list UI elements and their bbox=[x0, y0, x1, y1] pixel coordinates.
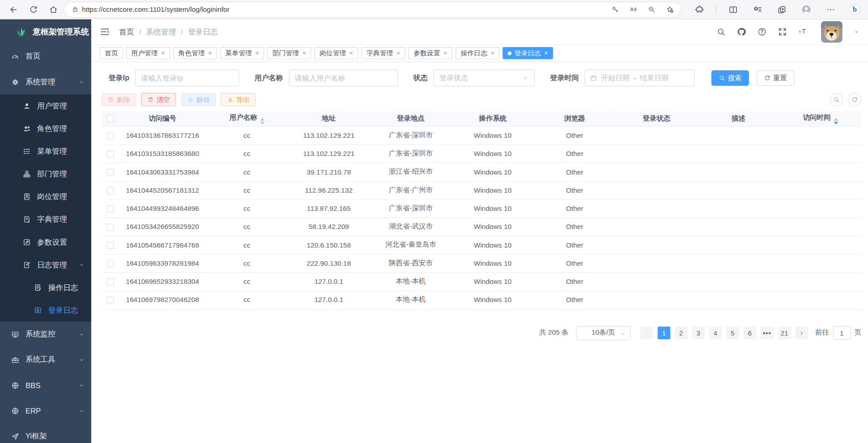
puzzle-icon[interactable] bbox=[692, 2, 707, 17]
login-status-select[interactable]: 登录状态 bbox=[433, 70, 534, 87]
pager-page[interactable]: 6 bbox=[743, 326, 756, 339]
pager-page[interactable]: 4 bbox=[709, 326, 722, 339]
sort-caret[interactable] bbox=[260, 118, 264, 125]
tab-item[interactable]: 角色管理× bbox=[173, 47, 217, 59]
close-tab-icon[interactable]: × bbox=[544, 49, 548, 57]
sidebar-item[interactable]: ERP bbox=[0, 398, 91, 424]
font-size-icon[interactable]: TT bbox=[798, 27, 808, 37]
next-page-button[interactable] bbox=[795, 326, 808, 339]
breadcrumb-item[interactable]: 首页 bbox=[119, 27, 134, 37]
star-plus-icon[interactable] bbox=[663, 2, 676, 17]
pager-page[interactable]: 21 bbox=[778, 326, 791, 339]
back-icon[interactable] bbox=[5, 2, 21, 17]
copy-plus-icon[interactable] bbox=[774, 2, 789, 17]
toolbar-button[interactable]: 导出 bbox=[221, 93, 256, 106]
sidebar-item[interactable]: 系统工具 bbox=[0, 347, 91, 372]
fullscreen-icon[interactable] bbox=[778, 27, 787, 37]
table-row[interactable]: 1641069798270046208cc127.0.0.1本地-本机Windo… bbox=[101, 291, 861, 309]
table-row[interactable]: 1641059633978281984cc222.90.130.18陕西省-西安… bbox=[101, 254, 861, 272]
row-checkbox[interactable] bbox=[107, 224, 114, 231]
jump-input[interactable] bbox=[833, 326, 850, 340]
table-row[interactable]: 1641031533185863680cc113.102.129.221广东省-… bbox=[101, 145, 861, 163]
table-row[interactable]: 1641044993248464896cc113.87.92.165广东省-深圳… bbox=[101, 199, 861, 217]
refresh-circle-button[interactable] bbox=[848, 93, 861, 106]
search-button[interactable]: 搜索 bbox=[711, 70, 749, 86]
select-all-checkbox[interactable] bbox=[107, 115, 114, 122]
sidebar-item[interactable]: BBS bbox=[0, 373, 91, 398]
sidebar-item[interactable]: 登录日志 bbox=[0, 299, 91, 321]
close-tab-icon[interactable]: × bbox=[396, 49, 400, 57]
sidebar-item[interactable]: 用户管理 bbox=[0, 95, 91, 117]
page-size-select[interactable]: 10条/页 bbox=[576, 326, 631, 340]
caret-down-icon[interactable] bbox=[853, 29, 859, 34]
tab-item[interactable]: 岗位管理× bbox=[314, 47, 358, 59]
pager-page[interactable]: 2 bbox=[675, 326, 688, 339]
zoom-out-icon[interactable] bbox=[645, 2, 658, 17]
toolbar-button[interactable]: 清空 bbox=[141, 93, 176, 106]
table-row[interactable]: 1641053426655825920cc58.19.42.209湖北省-武汉市… bbox=[101, 218, 861, 236]
row-checkbox[interactable] bbox=[107, 260, 114, 267]
sidebar-item[interactable]: 首页 bbox=[0, 44, 91, 69]
row-checkbox[interactable] bbox=[107, 242, 114, 249]
sidebar-item[interactable]: 岗位管理 bbox=[0, 185, 91, 208]
sidebar-item[interactable]: 日志管理 bbox=[0, 253, 91, 276]
row-checkbox[interactable] bbox=[107, 169, 114, 176]
breadcrumb-item[interactable]: 系统管理 bbox=[146, 27, 176, 37]
pager-more[interactable]: ••• bbox=[761, 326, 774, 339]
question-icon[interactable] bbox=[757, 27, 767, 37]
breadcrumb-item[interactable]: 登录日志 bbox=[188, 27, 218, 37]
bing-icon[interactable]: b bbox=[847, 2, 863, 17]
prev-page-button[interactable] bbox=[640, 326, 653, 339]
tab-active[interactable]: 登录日志× bbox=[503, 47, 553, 59]
row-checkbox[interactable] bbox=[107, 205, 114, 212]
login-time-range[interactable]: 开始日期 - 结束日期 bbox=[584, 70, 694, 87]
avatar[interactable] bbox=[821, 21, 843, 43]
table-row[interactable]: 1641044520567181312cc112.96.225.132广东省-广… bbox=[101, 181, 861, 199]
row-checkbox[interactable] bbox=[107, 278, 114, 285]
row-checkbox[interactable] bbox=[107, 187, 114, 194]
toolbar-button-disabled[interactable]: 解锁 bbox=[181, 93, 216, 106]
sidebar-item[interactable]: 菜单管理 bbox=[0, 140, 91, 163]
sidebar-item[interactable]: 系统管理 bbox=[0, 69, 91, 95]
sidebar-item[interactable]: 参数设置 bbox=[0, 231, 91, 253]
column-header-label[interactable]: 访问时间 bbox=[803, 113, 831, 121]
sort-caret[interactable] bbox=[834, 118, 838, 125]
pager-page[interactable]: 1 bbox=[658, 326, 670, 339]
tab-item[interactable]: 菜单管理× bbox=[220, 47, 264, 59]
tab-item[interactable]: 参数设置× bbox=[409, 47, 452, 59]
row-checkbox[interactable] bbox=[107, 151, 114, 158]
tab-item[interactable]: 操作日志× bbox=[456, 47, 499, 59]
sidebar-item[interactable]: 字典管理 bbox=[0, 208, 91, 231]
tab-item[interactable]: 用户管理× bbox=[126, 47, 170, 59]
dots-icon[interactable] bbox=[823, 2, 838, 17]
address-bar[interactable]: https://ccnetcore.com:1101/system/log/lo… bbox=[64, 2, 681, 17]
star-lines-icon[interactable] bbox=[750, 2, 765, 17]
user-name-input[interactable] bbox=[289, 70, 398, 87]
home-icon[interactable] bbox=[45, 2, 61, 17]
github-icon[interactable] bbox=[737, 27, 746, 37]
login-ip-input[interactable] bbox=[135, 70, 239, 87]
close-tab-icon[interactable]: × bbox=[255, 49, 259, 57]
pager-page[interactable]: 3 bbox=[692, 326, 705, 339]
sidebar-item[interactable]: 系统监控 bbox=[0, 321, 91, 347]
table-row[interactable]: 1641043063331753984cc39.171.210.78浙江省-绍兴… bbox=[101, 163, 861, 181]
person-icon[interactable] bbox=[798, 2, 814, 17]
row-checkbox[interactable] bbox=[107, 297, 114, 304]
sidebar-item[interactable]: 部门管理 bbox=[0, 163, 91, 185]
tab-item[interactable]: 首页 bbox=[100, 47, 123, 59]
sidebar-item[interactable]: Yi框架 bbox=[0, 424, 91, 443]
close-tab-icon[interactable]: × bbox=[444, 49, 448, 57]
close-tab-icon[interactable]: × bbox=[208, 49, 212, 57]
split-icon[interactable] bbox=[725, 2, 741, 17]
table-row[interactable]: 1641054566717984768cc120.6.150.158河北省-秦皇… bbox=[101, 236, 861, 254]
search-icon[interactable] bbox=[717, 27, 726, 37]
toolbar-button-disabled[interactable]: 删除 bbox=[101, 93, 136, 106]
collapse-sidebar-icon[interactable] bbox=[100, 27, 110, 37]
refresh-icon[interactable] bbox=[25, 2, 41, 17]
search-circle-button[interactable] bbox=[830, 93, 843, 106]
column-header-label[interactable]: 用户名称 bbox=[229, 113, 257, 121]
close-tab-icon[interactable]: × bbox=[349, 49, 353, 57]
key-icon[interactable] bbox=[609, 2, 622, 17]
close-tab-icon[interactable]: × bbox=[491, 49, 495, 57]
read-aloud-icon[interactable] bbox=[627, 2, 640, 17]
